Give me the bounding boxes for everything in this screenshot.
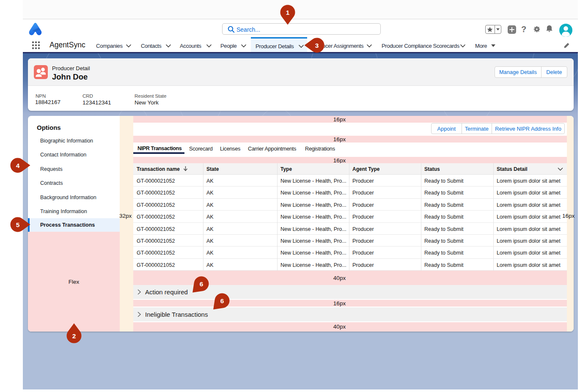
svg-text:6: 6 bbox=[200, 280, 203, 288]
svg-text:6: 6 bbox=[220, 297, 224, 304]
svg-text:4: 4 bbox=[16, 162, 20, 169]
svg-text:3: 3 bbox=[315, 42, 319, 49]
svg-text:2: 2 bbox=[72, 332, 76, 340]
svg-text:1: 1 bbox=[286, 9, 290, 16]
svg-text:5: 5 bbox=[16, 221, 20, 228]
